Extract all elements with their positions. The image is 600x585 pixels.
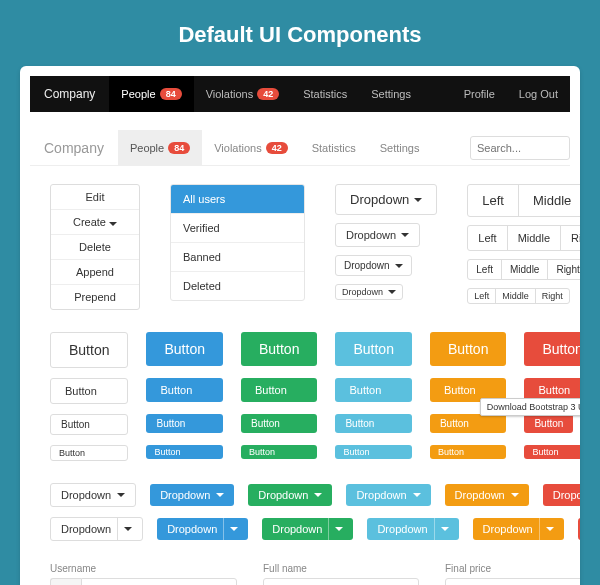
btn-success-lg[interactable]: Button [241,332,317,366]
stack-item-delete[interactable]: Delete [51,235,139,260]
dropdown-colored-rows: Dropdown Dropdown Dropdown Dropdown Drop… [50,483,550,541]
btn-danger-lg[interactable]: Button [524,332,580,366]
stack-item-prepend[interactable]: Prepend [51,285,139,309]
ddc-split-default[interactable]: Dropdown [50,517,143,541]
chevron-down-icon [413,493,421,497]
dropdown-xs[interactable]: Dropdown [335,284,403,300]
btn-warning-xs[interactable]: Button [430,445,506,459]
pill-banned[interactable]: Banned [171,243,304,272]
ddc-warning[interactable]: Dropdown [445,484,529,506]
seg-left[interactable]: Left [468,289,496,303]
ddc-split-info[interactable]: Dropdown [367,518,458,540]
seg-middle[interactable]: Middle [502,260,548,279]
nav-label: Violations [206,88,254,100]
seg-left[interactable]: Left [468,226,507,250]
nav-label: Statistics [303,88,347,100]
nav-label: Violations [214,142,262,154]
chevron-down-icon [546,527,554,531]
fullname-input[interactable] [263,578,419,585]
ddc-split-primary[interactable]: Dropdown [157,518,248,540]
ddc-danger[interactable]: Dropdown [543,484,580,506]
nav-item-settings[interactable]: Settings [359,76,423,112]
pill-deleted[interactable]: Deleted [171,272,304,300]
nav-item-statistics[interactable]: Statistics [300,130,368,165]
nav-item-settings[interactable]: Settings [368,130,432,165]
ddc-default[interactable]: Dropdown [50,483,136,507]
chevron-down-icon [216,493,224,497]
btn-warning-sm[interactable]: Button [430,414,506,433]
nav-item-people[interactable]: People 84 [118,130,202,165]
btn-success-sm[interactable]: Button [241,414,317,433]
nav-brand[interactable]: Company [30,76,109,112]
stack-item-create[interactable]: Create [51,210,139,235]
username-input[interactable] [81,578,237,585]
tooltip: Download Bootstrap 3 UI Kit [480,398,580,416]
ddc-primary[interactable]: Dropdown [150,484,234,506]
nav-brand[interactable]: Company [30,130,118,165]
btn-group-md: Left Middle Right [467,225,580,251]
nav-item-logout[interactable]: Log Out [507,76,570,112]
seg-left[interactable]: Left [468,185,519,216]
btn-info-xs[interactable]: Button [335,445,411,459]
btn-default-md[interactable]: Button [50,378,128,404]
btn-default-xs[interactable]: Button [50,445,128,461]
seg-right[interactable]: Right [548,260,580,279]
stack-item-edit[interactable]: Edit [51,185,139,210]
seg-middle[interactable]: Middle [519,185,580,216]
form-fullname: Full name [263,563,419,585]
ddc-split-success[interactable]: Dropdown [262,518,353,540]
nav-item-people[interactable]: People 84 [109,76,193,112]
chevron-down-icon [124,527,132,531]
seg-right[interactable]: Right [561,226,580,250]
nav-label: People [121,88,155,100]
btn-default-sm[interactable]: Button [50,414,128,435]
seg-right[interactable]: Right [536,289,569,303]
component-card: Company People 84 Violations 42 Statisti… [20,66,580,585]
nav-label: Settings [371,88,411,100]
user-icon [50,578,81,585]
btn-info-sm[interactable]: Button [335,414,411,433]
dropdown-md[interactable]: Dropdown [335,223,420,247]
search-input[interactable] [470,136,570,160]
pill-list: All users Verified Banned Deleted [170,184,305,301]
navbar-dark: Company People 84 Violations 42 Statisti… [30,76,570,112]
nav-label: People [130,142,164,154]
seg-left[interactable]: Left [468,260,502,279]
btn-warning-lg[interactable]: Button [430,332,506,366]
btn-primary-md[interactable]: Button [146,378,222,402]
dropdown-lg[interactable]: Dropdown [335,184,437,215]
btn-info-md[interactable]: Button [335,378,411,402]
dropdown-sm[interactable]: Dropdown [335,255,412,276]
form-price: Final price UAH [445,563,580,585]
btn-info-lg[interactable]: Button [335,332,411,366]
nav-item-violations[interactable]: Violations 42 [194,76,292,112]
btn-success-md[interactable]: Button [241,378,317,402]
btn-danger-xs[interactable]: Button [524,445,580,459]
ddc-split-danger[interactable]: Dropdown [578,518,580,540]
btn-default-lg[interactable]: Button [50,332,128,368]
form-row: Username Full name Final price UAH [50,563,550,585]
pill-verified[interactable]: Verified [171,214,304,243]
nav-item-violations[interactable]: Violations 42 [202,130,300,165]
chevron-down-icon [511,493,519,497]
stack-item-append[interactable]: Append [51,260,139,285]
chevron-down-icon [388,290,396,294]
nav-item-statistics[interactable]: Statistics [291,76,359,112]
btn-success-xs[interactable]: Button [241,445,317,459]
navbar-light: Company People 84 Violations 42 Statisti… [30,130,570,166]
ddc-success[interactable]: Dropdown [248,484,332,506]
username-label: Username [50,563,237,574]
btn-primary-sm[interactable]: Button [146,414,222,433]
btn-group-sm: Left Middle Right [467,259,580,280]
chevron-down-icon [414,198,422,202]
amount-input[interactable] [445,578,580,585]
seg-middle[interactable]: Middle [508,226,561,250]
pill-all-users[interactable]: All users [171,185,304,214]
nav-item-profile[interactable]: Profile [452,76,507,112]
seg-middle[interactable]: Middle [496,289,536,303]
btn-primary-xs[interactable]: Button [146,445,222,459]
btn-primary-lg[interactable]: Button [146,332,222,366]
ddc-split-warning[interactable]: Dropdown [473,518,564,540]
btn-danger-sm[interactable]: Button [524,414,573,433]
ddc-info[interactable]: Dropdown [346,484,430,506]
